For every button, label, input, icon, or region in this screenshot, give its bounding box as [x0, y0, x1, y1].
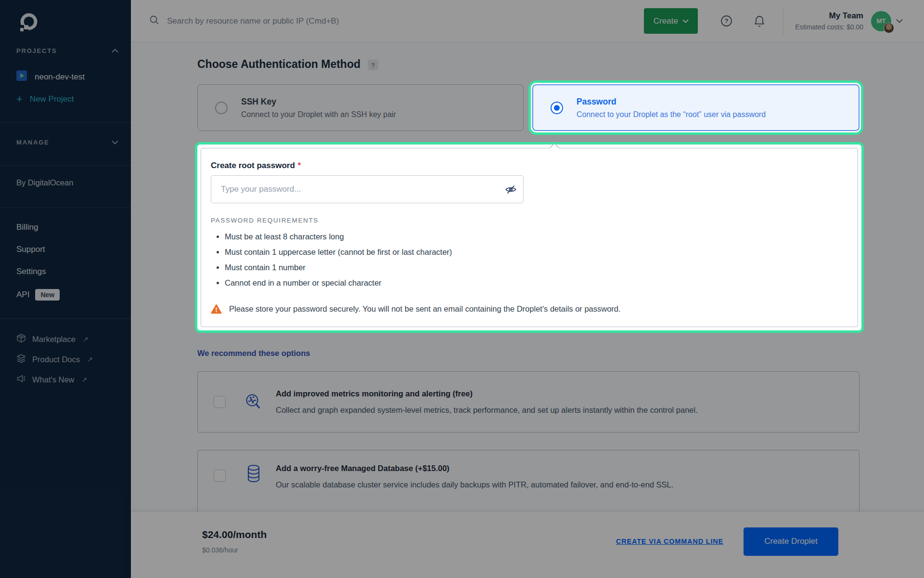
requirement-item: Must contain 1 uppercase letter (cannot …: [225, 248, 858, 257]
title-help-icon[interactable]: ?: [368, 60, 378, 70]
sidebar-divider: [0, 208, 131, 208]
create-button-label: Create: [654, 16, 678, 26]
droplet-create-content: Choose Authentication Method ? SSH Key C…: [131, 42, 924, 511]
plus-icon: +: [16, 95, 23, 104]
create-footer: $24.00/month $0.036/hour CREATE VIA COMM…: [131, 511, 924, 578]
password-input-wrap: [211, 175, 524, 203]
support-label: Support: [16, 245, 45, 254]
team-info: My Team Estimated costs: $0.00: [795, 11, 863, 31]
whats-new-label: What's New: [32, 375, 75, 384]
requirement-item: Cannot end in a number or special charac…: [225, 278, 858, 288]
sidebar-item-settings[interactable]: Settings: [16, 267, 118, 276]
metrics-checkbox[interactable]: [214, 396, 226, 408]
eye-off-icon: [504, 183, 517, 196]
external-link-icon: ↗: [87, 355, 93, 363]
projects-header-label: PROJECTS: [16, 47, 57, 54]
sidebar-divider: [0, 122, 131, 123]
help-icon[interactable]: ?: [720, 14, 733, 27]
billing-label: Billing: [16, 223, 38, 232]
sidebar-item-project-neon-dev-test[interactable]: neon-dev-test: [16, 70, 118, 83]
sidebar-item-by-digitalocean[interactable]: By DigitalOcean: [16, 178, 118, 187]
password-requirements-list: Must be at least 8 characters long Must …: [211, 232, 858, 288]
topbar: Create ? My Team Estimated costs: $0.00 …: [131, 0, 924, 42]
auth-option-ssh-key[interactable]: SSH Key Connect to your Droplet with an …: [197, 84, 524, 131]
database-icon: [243, 464, 264, 486]
project-icon: [16, 70, 27, 83]
password-title: Password: [577, 97, 766, 107]
option-managed-database[interactable]: Add a worry-free Managed Database (+$15.…: [197, 450, 860, 511]
password-warning-text: Please store your password securely. You…: [229, 304, 621, 314]
notifications-bell-icon[interactable]: [753, 14, 766, 28]
sidebar-item-whats-new[interactable]: What's New ↗: [16, 374, 118, 385]
create-root-password-label: Create root password: [211, 161, 295, 171]
external-link-icon: ↗: [83, 335, 89, 343]
ssh-key-title: SSH Key: [241, 97, 396, 107]
create-via-command-line-link[interactable]: CREATE VIA COMMAND LINE: [616, 538, 723, 545]
price-summary: $24.00/month $0.036/hour: [202, 529, 267, 554]
requirement-item: Must contain 1 number: [225, 263, 858, 272]
create-droplet-button[interactable]: Create Droplet: [744, 527, 838, 556]
database-option-description: Our scalable database cluster service in…: [276, 480, 673, 489]
ssh-key-description: Connect to your Droplet with an SSH key …: [241, 110, 396, 119]
required-marker: *: [298, 161, 301, 170]
monthly-price: $24.00/month: [202, 529, 267, 540]
external-link-icon: ↗: [82, 376, 88, 383]
cube-icon: [16, 333, 26, 345]
new-project-label: New Project: [30, 94, 74, 104]
database-checkbox[interactable]: [214, 470, 226, 482]
sidebar: PROJECTS neon-dev-test + New Project MAN…: [0, 0, 131, 578]
metrics-option-title: Add improved metrics monitoring and aler…: [276, 389, 698, 398]
sidebar-divider: [0, 318, 131, 319]
panel-caret: [550, 143, 559, 153]
warning-triangle-icon: [211, 304, 222, 314]
sidebar-item-support[interactable]: Support: [16, 245, 118, 254]
password-description: Connect to your Droplet as the “root” us…: [577, 110, 766, 119]
account-chevron-down-icon[interactable]: [896, 19, 903, 23]
password-label-row: Create root password *: [211, 161, 858, 171]
recommend-header: We recommend these options: [197, 349, 924, 358]
radio-unselected-icon[interactable]: [215, 102, 228, 114]
megaphone-icon: [16, 374, 26, 385]
sidebar-section-projects[interactable]: PROJECTS: [16, 47, 118, 54]
team-name: My Team: [795, 11, 863, 21]
option-metrics-monitoring[interactable]: Add improved metrics monitoring and aler…: [197, 371, 860, 433]
create-button[interactable]: Create: [644, 8, 698, 34]
global-search: [149, 15, 644, 27]
page-title-text: Choose Authentication Method: [197, 58, 360, 71]
auth-option-password[interactable]: Password Connect to your Droplet as the …: [532, 84, 860, 131]
topbar-divider: [783, 8, 783, 34]
sidebar-item-marketplace[interactable]: Marketplace ↗: [16, 333, 118, 345]
page-title: Choose Authentication Method ?: [197, 58, 924, 71]
radio-selected-icon[interactable]: [551, 102, 563, 114]
project-name-label: neon-dev-test: [35, 72, 85, 82]
search-input[interactable]: [166, 16, 464, 26]
api-label: API: [16, 290, 29, 300]
chevron-down-icon: [112, 139, 118, 146]
user-avatar-photo: [884, 23, 894, 33]
requirement-item: Must be at least 8 characters long: [225, 232, 858, 241]
create-root-password-panel: Create root password * PASSWORD REQUIREM…: [197, 144, 861, 330]
password-panel-inner: Create root password * PASSWORD REQUIREM…: [201, 148, 858, 327]
svg-text:?: ?: [725, 17, 729, 25]
sidebar-item-billing[interactable]: Billing: [16, 223, 118, 232]
search-icon: [149, 15, 160, 27]
password-warning: Please store your password securely. You…: [211, 304, 858, 314]
metrics-option-description: Collect and graph expanded system-level …: [276, 406, 698, 415]
sidebar-item-product-docs[interactable]: Product Docs ↗: [16, 354, 118, 365]
sidebar-section-manage[interactable]: MANAGE: [16, 139, 118, 146]
digitalocean-logo-icon[interactable]: [18, 12, 39, 35]
sidebar-item-api[interactable]: API New: [16, 289, 118, 301]
sidebar-item-new-project[interactable]: + New Project: [16, 94, 118, 104]
new-badge: New: [35, 289, 60, 301]
password-requirements-header: PASSWORD REQUIREMENTS: [211, 217, 858, 224]
chevron-down-icon: [682, 19, 689, 23]
toggle-password-visibility-button[interactable]: [504, 183, 517, 196]
settings-label: Settings: [16, 267, 46, 276]
chevron-up-icon: [112, 47, 118, 54]
password-input[interactable]: [211, 175, 524, 203]
digitalocean-control-panel: PROJECTS neon-dev-test + New Project MAN…: [0, 0, 924, 578]
avatar[interactable]: MT: [871, 11, 891, 31]
database-option-text: Add a worry-free Managed Database (+$15.…: [276, 464, 673, 489]
metrics-monitoring-icon: [243, 392, 264, 412]
layers-icon: [16, 354, 26, 365]
